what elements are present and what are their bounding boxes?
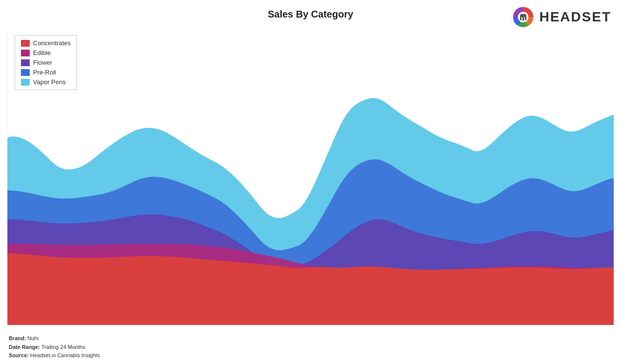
concentrates-label: Concentrates bbox=[33, 39, 71, 47]
legend-item-edible: Edible bbox=[21, 49, 71, 56]
edible-swatch bbox=[21, 50, 30, 56]
preroll-swatch bbox=[21, 69, 30, 76]
legend-item-preroll: Pre-Roll bbox=[21, 69, 71, 76]
page-container: HEADSET Sales By Category Concentrates E… bbox=[0, 0, 621, 364]
footer-info: Brand: Nuhi Date Range: Trailing 24 Mont… bbox=[9, 334, 100, 360]
chart-title: Sales By Category bbox=[0, 9, 621, 20]
footer-date: Date Range: Trailing 24 Months bbox=[9, 343, 100, 352]
concentrates-swatch bbox=[21, 40, 30, 47]
vaporpens-label: Vapor Pens bbox=[33, 78, 66, 86]
chart-legend: Concentrates Edible Flower Pre-Roll Vapo… bbox=[15, 35, 77, 90]
edible-label: Edible bbox=[33, 49, 51, 56]
legend-item-flower: Flower bbox=[21, 59, 71, 66]
brand-label: Brand: bbox=[9, 335, 26, 341]
flower-swatch bbox=[21, 59, 30, 66]
chart-area: 2023-04 2023-07 2023-10 2024-01 2024-04 … bbox=[7, 32, 614, 325]
date-value: Trailing 24 Months bbox=[41, 344, 85, 350]
footer-source: Source: Headset.io Cannabis Insights bbox=[9, 351, 100, 360]
vaporpens-swatch bbox=[21, 79, 30, 86]
flower-label: Flower bbox=[33, 59, 52, 66]
chart-svg: 2023-04 2023-07 2023-10 2024-01 2024-04 … bbox=[7, 32, 614, 325]
brand-value: Nuhi bbox=[28, 335, 39, 341]
legend-item-concentrates: Concentrates bbox=[21, 39, 71, 47]
preroll-label: Pre-Roll bbox=[33, 69, 56, 76]
legend-item-vaporpens: Vapor Pens bbox=[21, 78, 71, 86]
footer-brand: Brand: Nuhi bbox=[9, 334, 100, 343]
source-value: Headset.io Cannabis Insights bbox=[30, 352, 100, 358]
date-label: Date Range: bbox=[9, 344, 40, 350]
source-label: Source: bbox=[9, 352, 29, 358]
